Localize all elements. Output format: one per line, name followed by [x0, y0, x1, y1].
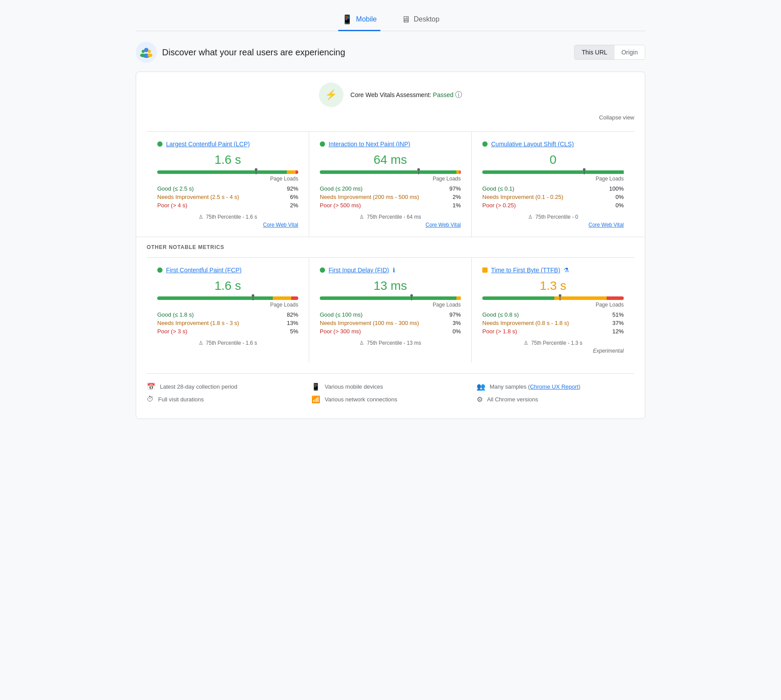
mobile-icon: 📱: [342, 14, 353, 25]
dist-row: Good (≤ 1.8 s) 82%: [157, 311, 298, 318]
metric-col-cls: Cumulative Layout Shift (CLS) 0 Page Loa…: [472, 132, 634, 237]
dist-label: Good (≤ 100 ms): [320, 311, 362, 318]
segment-needs: [554, 296, 607, 300]
dist-label: Needs Improvement (0.1 - 0.25): [482, 194, 563, 200]
metric-name-link[interactable]: First Contentful Paint (FCP): [166, 267, 242, 274]
page-title: Discover what your real users are experi…: [162, 47, 345, 58]
origin-button[interactable]: Origin: [615, 45, 645, 59]
dist-row: Good (≤ 0.1) 100%: [482, 185, 624, 192]
flask-icon[interactable]: ⚗: [564, 267, 569, 274]
dist-row: Poor (> 3 s) 5%: [157, 328, 298, 335]
page-loads-label: Page Loads: [320, 176, 461, 182]
progress-marker: [418, 169, 419, 176]
dist-label: Poor (> 1.8 s): [482, 328, 517, 335]
collapse-row: Collapse view: [147, 114, 634, 121]
metric-col-ttfb: Time to First Byte (TTFB) ⚗ 1.3 s Page L…: [472, 258, 634, 363]
metric-name-link[interactable]: Interaction to Next Paint (INP): [329, 141, 410, 148]
progress-bar: [157, 170, 298, 174]
header-row: Discover what your real users are experi…: [136, 42, 645, 63]
progress-track: [320, 296, 461, 300]
segment-good: [157, 296, 273, 300]
metric-status-dot: [482, 267, 488, 273]
tab-desktop[interactable]: 🖥 Desktop: [398, 9, 443, 31]
distribution-table: Good (≤ 0.8 s) 51% Needs Improvement (0.…: [482, 311, 624, 335]
page-loads-label: Page Loads: [320, 302, 461, 308]
dist-row: Poor (> 500 ms) 1%: [320, 202, 461, 209]
percentile-row: ♙ 75th Percentile - 1.6 s: [157, 340, 298, 346]
dist-row: Needs Improvement (0.1 - 0.25) 0%: [482, 194, 624, 200]
dist-percent: 100%: [609, 185, 624, 192]
dist-percent: 82%: [287, 311, 298, 318]
dist-label: Needs Improvement (100 ms - 300 ms): [320, 320, 419, 326]
dist-row: Good (≤ 200 ms) 97%: [320, 185, 461, 192]
dist-row: Poor (> 300 ms) 0%: [320, 328, 461, 335]
collapse-link[interactable]: Collapse view: [599, 114, 634, 121]
dist-row: Needs Improvement (0.8 s - 1.8 s) 37%: [482, 320, 624, 326]
core-vital-link[interactable]: Core Web Vital: [320, 222, 461, 228]
tab-mobile[interactable]: 📱 Mobile: [338, 9, 380, 31]
metric-name-link[interactable]: Largest Contentful Paint (LCP): [166, 141, 250, 148]
dist-row: Needs Improvement (200 ms - 500 ms) 2%: [320, 194, 461, 200]
metric-name-link[interactable]: Time to First Byte (TTFB): [491, 267, 560, 274]
dist-percent: 51%: [612, 311, 624, 318]
dist-label: Poor (> 4 s): [157, 202, 187, 209]
progress-marker: [411, 295, 412, 302]
desktop-icon: 🖥: [401, 14, 410, 25]
segment-poor: [607, 296, 624, 300]
segment-needs: [456, 296, 461, 300]
progress-marker: [256, 169, 257, 176]
segment-needs: [273, 296, 291, 300]
marker-line: [411, 297, 412, 300]
dist-percent: 92%: [287, 185, 298, 192]
progress-marker: [253, 295, 253, 302]
mobile-device-icon: 📱: [311, 382, 320, 391]
chrome-icon: ⚙: [477, 395, 483, 404]
info-icon[interactable]: ⓘ: [455, 91, 462, 98]
dist-label: Poor (> 300 ms): [320, 328, 361, 335]
core-vital-link[interactable]: Core Web Vital: [482, 222, 624, 228]
progress-track: [482, 296, 624, 300]
metric-label-row: First Input Delay (FID) ℹ: [320, 267, 461, 274]
percentile-row: ♙ 75th Percentile - 13 ms: [320, 340, 461, 346]
dist-percent: 37%: [612, 320, 624, 326]
dist-row: Needs Improvement (2.5 s - 4 s) 6%: [157, 194, 298, 200]
dist-percent: 1%: [452, 202, 461, 209]
metric-label-row: Interaction to Next Paint (INP): [320, 141, 461, 148]
marker-line: [584, 171, 585, 174]
distribution-table: Good (≤ 2.5 s) 92% Needs Improvement (2.…: [157, 185, 298, 209]
progress-bar: [482, 296, 624, 300]
dist-percent: 97%: [449, 311, 461, 318]
chrome-ux-report-link[interactable]: Chrome UX Report: [530, 383, 579, 390]
svg-point-2: [148, 50, 151, 53]
timer-icon: ⏱: [147, 395, 154, 403]
dist-label: Poor (> 0.25): [482, 202, 516, 209]
dist-label: Needs Improvement (2.5 s - 4 s): [157, 194, 239, 200]
distribution-table: Good (≤ 1.8 s) 82% Needs Improvement (1.…: [157, 311, 298, 335]
metric-col-fid: First Input Delay (FID) ℹ 13 ms Page Loa…: [309, 258, 472, 363]
tab-desktop-label: Desktop: [414, 15, 440, 23]
metric-col-inp: Interaction to Next Paint (INP) 64 ms Pa…: [309, 132, 472, 237]
footer-collection-text: Latest 28-day collection period: [160, 383, 237, 390]
dist-label: Good (≤ 200 ms): [320, 185, 362, 192]
dist-label: Poor (> 500 ms): [320, 202, 361, 209]
this-url-button[interactable]: This URL: [575, 45, 614, 59]
metric-name-link[interactable]: Cumulative Layout Shift (CLS): [491, 141, 574, 148]
segment-good: [157, 170, 287, 174]
percentile-icon: ♙: [199, 214, 203, 220]
dist-row: Needs Improvement (100 ms - 300 ms) 3%: [320, 320, 461, 326]
percentile-row: ♙ 75th Percentile - 64 ms: [320, 214, 461, 220]
segment-poor: [296, 170, 298, 174]
dist-label: Poor (> 3 s): [157, 328, 187, 335]
metric-name-link[interactable]: First Input Delay (FID): [329, 267, 389, 274]
percentile-text: 75th Percentile - 0: [535, 214, 578, 220]
segment-needs: [287, 170, 295, 174]
info-icon-metric[interactable]: ℹ: [393, 267, 395, 274]
segment-good: [320, 296, 456, 300]
metric-label-row: Time to First Byte (TTFB) ⚗: [482, 267, 624, 274]
percentile-text: 75th Percentile - 1.3 s: [531, 340, 582, 346]
core-vital-link[interactable]: Core Web Vital: [157, 222, 298, 228]
page-loads-label: Page Loads: [157, 302, 298, 308]
dist-percent: 12%: [612, 328, 624, 335]
metric-label-row: First Contentful Paint (FCP): [157, 267, 298, 274]
footer: 📅 Latest 28-day collection period ⏱ Full…: [147, 373, 634, 408]
